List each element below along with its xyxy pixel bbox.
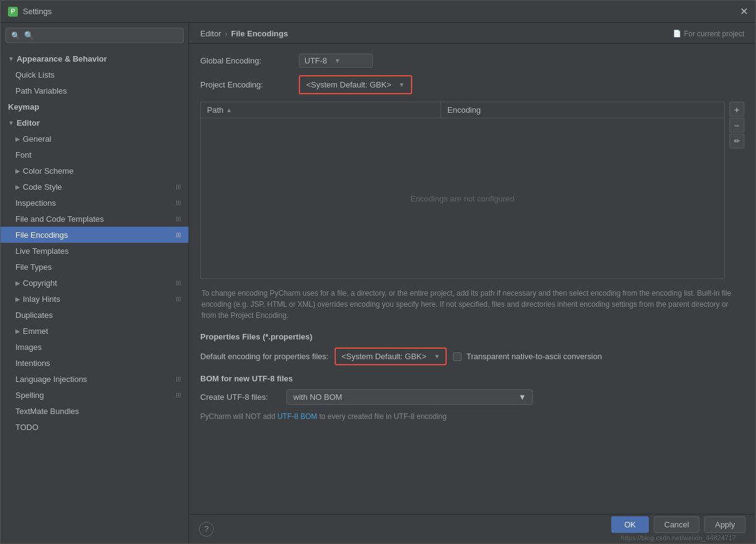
ok-button[interactable]: OK [611, 516, 649, 533]
dropdown-arrow-4: ▼ [518, 392, 526, 402]
expand-arrow-emmet: ▶ [15, 328, 20, 335]
encoding-icon: ⊞ [176, 231, 181, 239]
spelling-icon: ⊞ [176, 391, 181, 399]
sidebar-item-font[interactable]: Font [1, 147, 189, 163]
transparent-checkbox[interactable] [453, 352, 461, 361]
bottom-bar: ? OK Cancel Apply https://blog.csdn.net/… [189, 514, 755, 543]
expand-arrow-color: ▶ [15, 168, 20, 174]
breadcrumb-parent: Editor [200, 29, 221, 38]
expand-arrow-inlay: ▶ [15, 296, 20, 302]
bom-section: BOM for new UTF-8 files Create UTF-8 fil… [200, 374, 744, 421]
settings-window: P Settings ✕ 🔍 ▼ Appearance & Behavior Q… [0, 0, 756, 544]
dropdown-arrow-2: ▼ [399, 81, 405, 88]
help-button[interactable]: ? [199, 522, 214, 537]
breadcrumb: Editor › File Encodings 📄 For current pr… [189, 23, 755, 44]
utf8-note: PyCharm will NOT add UTF-8 BOM to every … [200, 412, 744, 421]
expand-arrow: ▼ [8, 55, 14, 62]
properties-encoding-value: <System Default: GBK> [341, 352, 426, 361]
search-icon: 🔍 [11, 31, 20, 40]
table-empty-message: Encodings are not configured [201, 118, 724, 278]
sidebar-item-language-injections[interactable]: Language Injections ⊞ [1, 371, 189, 387]
close-button[interactable]: ✕ [740, 7, 748, 17]
apply-button[interactable]: Apply [704, 516, 746, 533]
sidebar-item-file-encodings[interactable]: File Encodings ⊞ [1, 227, 189, 243]
expand-arrow-copyright: ▶ [15, 280, 20, 286]
nav-list: ▼ Appearance & Behavior Quick Lists Path… [1, 48, 189, 543]
cancel-button[interactable]: Cancel [654, 516, 699, 533]
project-link[interactable]: 📄 For current project [673, 30, 744, 38]
sidebar-item-live-templates[interactable]: Live Templates [1, 243, 189, 259]
search-box[interactable]: 🔍 [6, 28, 184, 43]
remove-button[interactable]: − [730, 118, 744, 132]
titlebar-left: P Settings [8, 7, 52, 17]
sidebar-item-intentions[interactable]: Intentions [1, 355, 189, 371]
sidebar-item-color-scheme[interactable]: ▶ Color Scheme [1, 163, 189, 179]
sidebar-item-spelling[interactable]: Spelling ⊞ [1, 387, 189, 403]
project-encoding-value: <System Default: GBK> [306, 80, 391, 89]
watermark: https://blog.csdn.net/weixin_44824717 [621, 534, 736, 542]
table-side-buttons: + − ✏ [730, 102, 744, 148]
expand-arrow-general: ▶ [15, 136, 20, 142]
sidebar: 🔍 ▼ Appearance & Behavior Quick Lists Pa… [1, 23, 189, 543]
dropdown-arrow: ▼ [335, 57, 341, 64]
sidebar-item-duplicates[interactable]: Duplicates [1, 307, 189, 323]
info-text: To change encoding PyCharm uses for a fi… [200, 288, 744, 321]
encoding-column-header: Encoding [441, 102, 724, 118]
sidebar-item-keymap[interactable]: Keymap [1, 99, 189, 115]
create-utf8-select[interactable]: with NO BOM ▼ [287, 389, 533, 405]
global-encoding-row: Global Encoding: UTF-8 ▼ [200, 54, 744, 68]
expand-arrow-code: ▶ [15, 184, 20, 190]
create-utf8-row: Create UTF-8 files: with NO BOM ▼ [200, 389, 744, 405]
add-button[interactable]: + [730, 102, 744, 116]
dropdown-arrow-3: ▼ [434, 353, 440, 360]
properties-encoding-highlight: <System Default: GBK> ▼ [335, 347, 447, 365]
sidebar-item-editor[interactable]: ▼ Editor [1, 115, 189, 131]
global-encoding-label: Global Encoding: [200, 56, 293, 65]
transparent-checkbox-row: Transparent native-to-ascii conversion [453, 352, 602, 361]
utf8-bom-highlight: UTF-8 BOM [277, 412, 317, 421]
sidebar-item-inspections[interactable]: Inspections ⊞ [1, 195, 189, 211]
project-encoding-row: Project Encoding: <System Default: GBK> … [200, 75, 744, 94]
expand-arrow-editor: ▼ [8, 120, 14, 126]
sidebar-item-images[interactable]: Images [1, 339, 189, 355]
transparent-label: Transparent native-to-ascii conversion [466, 352, 602, 361]
window-title: Settings [23, 7, 52, 16]
sidebar-item-emmet[interactable]: ▶ Emmet [1, 323, 189, 339]
global-encoding-select[interactable]: UTF-8 ▼ [299, 54, 373, 68]
titlebar: P Settings ✕ [1, 1, 755, 23]
sidebar-item-textmate-bundles[interactable]: TextMate Bundles [1, 403, 189, 419]
sidebar-item-general[interactable]: ▶ General [1, 131, 189, 147]
search-input[interactable] [24, 31, 178, 40]
breadcrumb-arrow: › [225, 30, 227, 38]
default-encoding-label: Default encoding for properties files: [200, 352, 328, 361]
inlay-icon: ⊞ [176, 295, 181, 303]
project-encoding-label: Project Encoding: [200, 80, 293, 89]
project-icon: 📄 [673, 30, 681, 38]
copyright-icon: ⊞ [176, 279, 181, 287]
edit-button[interactable]: ✏ [730, 134, 744, 148]
sidebar-item-path-variables[interactable]: Path Variables [1, 83, 189, 99]
panel-content-scroll[interactable]: Global Encoding: UTF-8 ▼ Project Encodin… [189, 44, 755, 514]
sidebar-item-quick-lists[interactable]: Quick Lists [1, 67, 189, 83]
injection-icon: ⊞ [176, 375, 181, 383]
properties-encoding-select[interactable]: <System Default: GBK> ▼ [339, 351, 442, 362]
create-utf8-label: Create UTF-8 files: [200, 392, 280, 402]
project-encoding-select[interactable]: <System Default: GBK> ▼ [304, 79, 407, 91]
sidebar-item-appearance[interactable]: ▼ Appearance & Behavior [1, 51, 189, 67]
sidebar-item-copyright[interactable]: ▶ Copyright ⊞ [1, 275, 189, 291]
main-content: 🔍 ▼ Appearance & Behavior Quick Lists Pa… [1, 23, 755, 543]
sidebar-item-code-style[interactable]: ▶ Code Style ⊞ [1, 179, 189, 195]
template-icon: ⊞ [176, 215, 181, 223]
project-encoding-highlight: <System Default: GBK> ▼ [299, 75, 412, 94]
global-encoding-value: UTF-8 [304, 56, 327, 65]
app-icon: P [8, 7, 18, 17]
encodings-table: Path ▲ Encoding Encodings are not config… [200, 102, 725, 279]
sidebar-item-todo[interactable]: TODO [1, 419, 189, 435]
default-encoding-row: Default encoding for properties files: <… [200, 347, 744, 365]
sidebar-item-file-types[interactable]: File Types [1, 259, 189, 275]
main-panel: Editor › File Encodings 📄 For current pr… [189, 23, 755, 543]
sidebar-item-file-code-templates[interactable]: File and Code Templates ⊞ [1, 211, 189, 227]
properties-section-title: Properties Files (*.properties) [200, 332, 744, 341]
sidebar-item-inlay-hints[interactable]: ▶ Inlay Hints ⊞ [1, 291, 189, 307]
path-column-header: Path ▲ [201, 102, 441, 118]
